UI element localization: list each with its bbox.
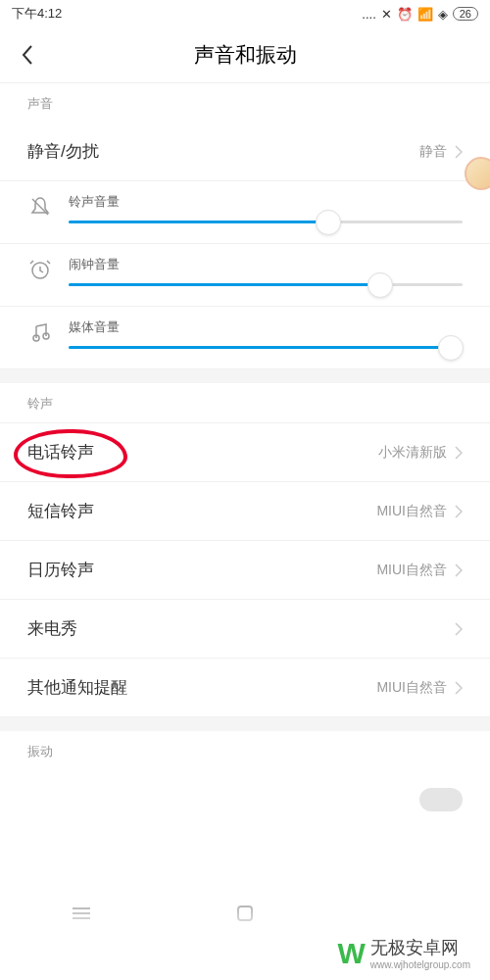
watermark-url: www.wjhotelgroup.com xyxy=(370,959,470,970)
watermark-title: 无极安卓网 xyxy=(370,936,470,959)
alarm-volume-icon xyxy=(27,257,53,282)
ringtone-volume-row: 铃声音量 xyxy=(0,181,490,244)
call-show-value xyxy=(455,622,463,636)
chevron-right-icon xyxy=(455,145,463,159)
back-button[interactable] xyxy=(16,43,39,67)
phone-ringtone-value: 小米清新版 xyxy=(378,444,463,462)
alarm-volume-row: 闹钟音量 xyxy=(0,244,490,307)
media-volume-icon xyxy=(27,319,53,345)
ringtone-volume-label: 铃声音量 xyxy=(69,193,463,211)
section-header-ringtones: 铃声 xyxy=(0,383,490,423)
silent-dnd-value: 静音 xyxy=(419,143,463,161)
media-volume-label: 媒体音量 xyxy=(69,318,463,336)
silent-dnd-row[interactable]: 静音/勿扰 静音 xyxy=(0,122,490,181)
chevron-right-icon xyxy=(455,681,463,695)
status-right: .... ✕ ⏰ 📶 ◈ 26 xyxy=(362,7,478,22)
chevron-right-icon xyxy=(455,446,463,460)
status-time: 下午4:12 xyxy=(12,5,62,23)
calendar-ringtone-value: MIUI自然音 xyxy=(376,562,463,579)
nav-home-button[interactable] xyxy=(234,903,256,924)
sms-ringtone-label: 短信铃声 xyxy=(27,500,94,522)
status-bar: 下午4:12 .... ✕ ⏰ 📶 ◈ 26 xyxy=(0,0,490,27)
page-title: 声音和振动 xyxy=(194,41,297,69)
section-header-sound: 声音 xyxy=(0,82,490,122)
vibrate-toggle[interactable] xyxy=(419,788,463,811)
floating-avatar-icon[interactable] xyxy=(465,157,490,190)
other-notifications-value: MIUI自然音 xyxy=(376,679,463,697)
watermark-logo-icon: W xyxy=(337,937,362,970)
other-notifications-label: 其他通知提醒 xyxy=(27,676,127,699)
phone-ringtone-label: 电话铃声 xyxy=(27,441,94,464)
watermark: W 无极安卓网 www.wjhotelgroup.com xyxy=(337,936,470,970)
alarm-icon: ⏰ xyxy=(397,7,413,22)
other-notifications-row[interactable]: 其他通知提醒 MIUI自然音 xyxy=(0,659,490,717)
media-volume-slider[interactable] xyxy=(69,346,463,349)
ringtone-volume-icon xyxy=(27,194,53,220)
chevron-right-icon xyxy=(455,505,463,518)
sms-ringtone-value: MIUI自然音 xyxy=(376,503,463,520)
calendar-ringtone-label: 日历铃声 xyxy=(27,559,94,581)
nav-recents-button[interactable] xyxy=(71,903,92,924)
signal-icon: 📶 xyxy=(417,7,433,22)
phone-ringtone-row[interactable]: 电话铃声 小米清新版 xyxy=(0,423,490,482)
chevron-right-icon xyxy=(455,622,463,636)
svg-rect-5 xyxy=(238,906,252,920)
vibrate-off-icon: ✕ xyxy=(381,7,392,22)
silent-dnd-label: 静音/勿扰 xyxy=(27,140,99,163)
call-show-row[interactable]: 来电秀 xyxy=(0,600,490,659)
calendar-ringtone-row[interactable]: 日历铃声 MIUI自然音 xyxy=(0,541,490,600)
chevron-left-icon xyxy=(21,44,34,66)
battery-indicator: 26 xyxy=(453,7,478,21)
vibrate-toggle-row[interactable] xyxy=(0,770,490,829)
alarm-volume-slider[interactable] xyxy=(69,283,463,286)
section-header-vibrate: 振动 xyxy=(0,731,490,770)
call-show-label: 来电秀 xyxy=(27,617,77,640)
ringtone-volume-slider[interactable] xyxy=(69,220,463,223)
system-nav-bar xyxy=(0,894,490,933)
signal-dots-icon: .... xyxy=(362,7,375,22)
wifi-icon: ◈ xyxy=(438,7,448,22)
sms-ringtone-row[interactable]: 短信铃声 MIUI自然音 xyxy=(0,482,490,541)
chevron-right-icon xyxy=(455,564,463,577)
page-header: 声音和振动 xyxy=(0,27,490,82)
alarm-volume-label: 闹钟音量 xyxy=(69,256,463,273)
media-volume-row: 媒体音量 xyxy=(0,307,490,369)
